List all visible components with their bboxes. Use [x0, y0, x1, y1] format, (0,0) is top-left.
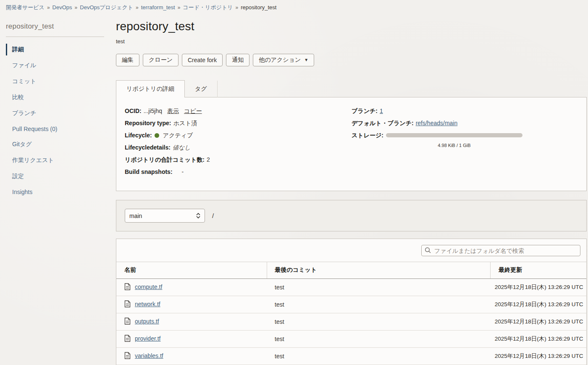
- total-commits-field: リポジトリの合計コミット数:2: [125, 155, 352, 164]
- search-icon: [425, 247, 431, 255]
- sidebar-item-git-tags[interactable]: Gitタグ: [6, 139, 104, 150]
- lifecycle-details-label: Lifecycledetails:: [125, 144, 171, 151]
- breadcrumb-separator: »: [47, 5, 50, 11]
- breadcrumb-separator: »: [75, 5, 78, 11]
- sidebar-item-insights[interactable]: Insights: [6, 186, 104, 197]
- lifecycle-field: Lifecycle:アクティブ: [125, 131, 352, 139]
- sidebar-divider: [6, 37, 104, 37]
- sidebar-item-commits[interactable]: コミット: [6, 76, 104, 87]
- file-link[interactable]: outputs.tf: [135, 318, 159, 325]
- tab-repository-details[interactable]: リポジトリの詳細: [116, 80, 185, 97]
- sidebar-item-compare[interactable]: 比較: [6, 92, 104, 103]
- edit-button[interactable]: 編集: [116, 54, 139, 66]
- ocid-show-link[interactable]: 表示: [167, 108, 179, 114]
- branches-count-link[interactable]: 1: [380, 108, 383, 114]
- ocid-copy-link[interactable]: コピー: [184, 108, 202, 114]
- breadcrumb-current: repository_test: [241, 4, 276, 11]
- edit-button-label: 編集: [122, 56, 134, 64]
- repository-details-card: OCID:...ji5jhq表示コピー Repository type:ホスト済…: [116, 97, 587, 191]
- sidebar-item-work-requests[interactable]: 作業リクエスト: [6, 155, 104, 166]
- breadcrumb-separator: »: [136, 5, 139, 11]
- sidebar-item-branches[interactable]: ブランチ: [6, 108, 104, 119]
- repository-type-label: Repository type:: [125, 120, 171, 126]
- sidebar-repo-title: repository_test: [6, 22, 104, 31]
- table-row: outputs.tf test 2025年12月18日(木) 13:26:29 …: [116, 313, 586, 331]
- last-updated: 2025年12月18日(木) 13:26:29 UTC: [491, 331, 586, 348]
- commit-message: test: [267, 296, 491, 313]
- notifications-button-label: 通知: [232, 56, 244, 64]
- file-link[interactable]: compute.tf: [135, 284, 162, 290]
- create-fork-button[interactable]: Create fork: [182, 54, 223, 66]
- files-table: 名前 最後のコミット 最終更新 compute.tf test 2025年12月…: [116, 262, 586, 365]
- file-icon: [124, 302, 131, 309]
- breadcrumb-link-developer-services[interactable]: 開発者サービス: [6, 4, 45, 11]
- branch-select[interactable]: main: [125, 209, 205, 223]
- commit-message: test: [267, 348, 491, 365]
- table-row: variables.tf test 2025年12月18日(木) 13:26:2…: [116, 348, 586, 365]
- storage-meter: 4.98 KiB / 1 GiB: [386, 131, 522, 150]
- storage-usage-text: 4.98 KiB / 1 GiB: [386, 141, 522, 150]
- path-separator: /: [212, 212, 214, 219]
- default-branch-label: デフォルト・ブランチ:: [352, 120, 414, 126]
- lifecycle-details-field: Lifecycledetails:値なし: [125, 143, 352, 152]
- table-row: compute.tf test 2025年12月18日(木) 13:26:29 …: [116, 279, 586, 296]
- file-search-input[interactable]: [421, 245, 580, 256]
- sidebar: repository_test 詳細 ファイル コミット 比較 ブランチ Pul…: [0, 11, 108, 202]
- breadcrumb-link-project[interactable]: terraform_test: [141, 4, 175, 11]
- details-right-column: ブランチ:1 デフォルト・ブランチ:refs/heads/main ストレージ:…: [352, 107, 578, 180]
- files-panel: 名前 最後のコミット 最終更新 compute.tf test 2025年12月…: [116, 239, 587, 365]
- commit-message: test: [267, 331, 491, 348]
- details-tabs: リポジトリの詳細 タグ: [116, 80, 587, 97]
- page-subtitle: test: [116, 38, 587, 45]
- file-link[interactable]: network.tf: [135, 301, 160, 307]
- details-left-column: OCID:...ji5jhq表示コピー Repository type:ホスト済…: [125, 107, 352, 180]
- file-link[interactable]: provider.tf: [135, 335, 160, 342]
- branch-selector-bar: main /: [116, 200, 587, 231]
- ocid-label: OCID:: [125, 108, 142, 114]
- lifecycle-label: Lifecycle:: [125, 132, 152, 139]
- sidebar-item-pull-requests[interactable]: Pull Requests (0): [6, 123, 104, 134]
- storage-field: ストレージ: 4.98 KiB / 1 GiB: [352, 131, 578, 150]
- branch-select-value: main: [129, 213, 196, 219]
- lifecycle-value: アクティブ: [163, 132, 193, 139]
- file-link[interactable]: variables.tf: [135, 352, 163, 359]
- default-branch-field: デフォルト・ブランチ:refs/heads/main: [352, 119, 578, 127]
- build-snapshots-field: Build snapshots:-: [125, 168, 352, 176]
- tab-tags[interactable]: タグ: [185, 81, 218, 97]
- caret-down-icon: ▼: [304, 58, 308, 62]
- sidebar-item-details[interactable]: 詳細: [6, 44, 104, 55]
- branches-label: ブランチ:: [352, 108, 378, 114]
- notifications-button[interactable]: 通知: [226, 54, 249, 66]
- sidebar-item-files[interactable]: ファイル: [6, 60, 104, 71]
- table-row: provider.tf test 2025年12月18日(木) 13:26:29…: [116, 331, 586, 348]
- default-branch-link[interactable]: refs/heads/main: [416, 120, 458, 126]
- last-updated: 2025年12月18日(木) 13:26:29 UTC: [491, 313, 586, 331]
- main-content: repository_test test 編集 クローン Create fork…: [108, 11, 588, 365]
- commit-message: test: [267, 313, 491, 331]
- create-fork-button-label: Create fork: [188, 57, 217, 63]
- repository-type-field: Repository type:ホスト済: [125, 119, 352, 127]
- breadcrumb-link-devops-projects[interactable]: DevOpsプロジェクト: [80, 4, 133, 11]
- more-actions-button[interactable]: 他のアクション ▼: [253, 54, 314, 66]
- total-commits-value: 2: [207, 156, 210, 163]
- file-icon: [124, 319, 131, 326]
- clone-button[interactable]: クローン: [143, 54, 178, 66]
- file-icon: [124, 354, 131, 360]
- column-header-last-commit: 最後のコミット: [267, 262, 491, 279]
- ocid-field: OCID:...ji5jhq表示コピー: [125, 107, 352, 115]
- sidebar-item-settings[interactable]: 設定: [6, 171, 104, 182]
- build-snapshots-value: -: [182, 168, 184, 175]
- commit-message: test: [267, 279, 491, 296]
- breadcrumb-separator: »: [236, 5, 239, 11]
- last-updated: 2025年12月18日(木) 13:26:29 UTC: [491, 348, 586, 365]
- breadcrumb-link-devops[interactable]: DevOps: [52, 4, 72, 11]
- breadcrumb-link-code-repositories[interactable]: コード・リポジトリ: [183, 4, 233, 11]
- table-row: network.tf test 2025年12月18日(木) 13:26:29 …: [116, 296, 586, 313]
- active-status-dot-icon: [155, 133, 159, 138]
- file-icon: [124, 336, 131, 343]
- more-actions-button-label: 他のアクション: [259, 56, 301, 64]
- storage-progress-bar: [386, 133, 522, 137]
- breadcrumb-separator: »: [178, 5, 181, 11]
- build-snapshots-label: Build snapshots:: [125, 168, 173, 175]
- lifecycle-details-value: 値なし: [173, 144, 191, 151]
